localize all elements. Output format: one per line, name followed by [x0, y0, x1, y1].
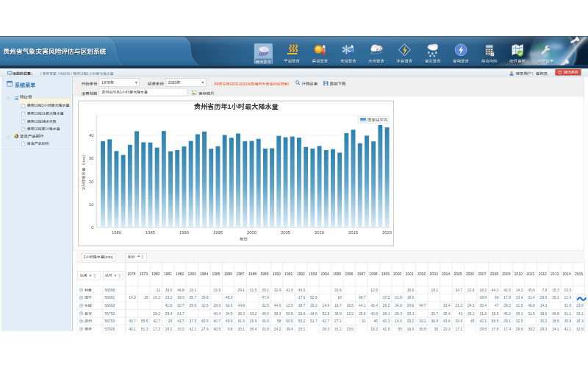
svg-text:38.7: 38.7 — [298, 302, 306, 308]
svg-text:10: 10 — [89, 200, 94, 207]
svg-text:2002: 2002 — [417, 271, 426, 276]
svg-text:23.2: 23.2 — [165, 294, 173, 300]
svg-text:51.7: 51.7 — [177, 310, 184, 315]
svg-text:55: 55 — [398, 325, 402, 330]
svg-text:48.7: 48.7 — [359, 294, 366, 300]
svg-text:41.1: 41.1 — [190, 325, 197, 330]
svg-text:24.2: 24.2 — [274, 325, 282, 330]
svg-text:1984: 1984 — [200, 271, 208, 276]
svg-text:60.6: 60.6 — [226, 302, 233, 308]
svg-text:40.4: 40.4 — [213, 310, 220, 315]
svg-text:1988: 1988 — [248, 271, 257, 276]
svg-text:56.5: 56.5 — [492, 318, 499, 323]
svg-text:29.8: 29.8 — [516, 325, 523, 330]
svg-text:14.6: 14.6 — [395, 318, 402, 323]
svg-text:25.9: 25.9 — [359, 310, 366, 315]
svg-text:2009: 2009 — [502, 271, 510, 276]
svg-text:30: 30 — [434, 325, 439, 330]
svg-text:1991: 1991 — [284, 271, 293, 276]
svg-text:36.8: 36.8 — [431, 318, 439, 323]
svg-text:33.1: 33.1 — [576, 310, 584, 315]
svg-text:39.6: 39.6 — [201, 294, 209, 300]
svg-text:17.4: 17.4 — [503, 325, 511, 330]
svg-text:57606: 57606 — [105, 325, 115, 330]
svg-text:29.6: 29.6 — [455, 318, 462, 323]
svg-text:18.7: 18.7 — [334, 302, 342, 308]
svg-text:14.2: 14.2 — [129, 294, 136, 300]
svg-text:18.3: 18.3 — [576, 318, 584, 323]
svg-text:35.3: 35.3 — [237, 310, 245, 315]
svg-text:21.8: 21.8 — [395, 294, 402, 300]
svg-text:普安: 普安 — [85, 310, 92, 315]
svg-text:18.2: 18.2 — [479, 286, 487, 291]
svg-text:34.3: 34.3 — [540, 302, 548, 308]
svg-text:29.3: 29.3 — [407, 310, 415, 315]
svg-text:1985: 1985 — [212, 271, 220, 276]
svg-text:49.5: 49.5 — [298, 286, 306, 291]
svg-text:1986: 1986 — [224, 271, 232, 276]
svg-text:19.5: 19.5 — [213, 286, 220, 291]
svg-text:51.7: 51.7 — [310, 318, 318, 323]
svg-text:26.2: 26.2 — [383, 302, 390, 308]
svg-text:34.7: 34.7 — [455, 286, 462, 291]
svg-text:40.7: 40.7 — [129, 318, 136, 323]
svg-text:31.4: 31.4 — [528, 294, 535, 300]
svg-text:44.6: 44.6 — [237, 302, 245, 308]
svg-text:29.2: 29.2 — [153, 310, 160, 315]
svg-text:18: 18 — [337, 294, 342, 300]
svg-text:1990: 1990 — [179, 228, 190, 235]
svg-text:43.7: 43.7 — [177, 318, 184, 323]
svg-text:34.6: 34.6 — [310, 310, 318, 315]
svg-text:7.8: 7.8 — [542, 286, 547, 291]
svg-text:46.8: 46.8 — [177, 286, 184, 291]
svg-text:1989: 1989 — [260, 271, 268, 276]
svg-text:49.6: 49.6 — [262, 310, 269, 315]
svg-text:15.6: 15.6 — [407, 286, 415, 291]
svg-text:41.8: 41.8 — [165, 302, 173, 308]
svg-text:32.5: 32.5 — [516, 318, 523, 323]
svg-text:36.6: 36.6 — [165, 286, 173, 291]
svg-text:45: 45 — [470, 318, 475, 323]
svg-text:44.6: 44.6 — [274, 302, 282, 308]
svg-text:1997: 1997 — [357, 271, 365, 276]
svg-text:45.4: 45.4 — [370, 302, 378, 308]
svg-text:11: 11 — [157, 286, 160, 291]
svg-text:18.6: 18.6 — [407, 294, 415, 300]
svg-text:贵州省历年1小时最大降水量: 贵州省历年1小时最大降水量 — [194, 100, 279, 110]
svg-text:17.1: 17.1 — [455, 325, 462, 330]
svg-text:21.2: 21.2 — [455, 302, 462, 308]
svg-text:1小时降水量（mm）: 1小时降水量（mm） — [80, 152, 87, 190]
svg-text:35.7: 35.7 — [190, 294, 197, 300]
svg-text:1980: 1980 — [151, 271, 159, 276]
svg-text:39.4: 39.4 — [286, 325, 293, 330]
svg-text:1990: 1990 — [273, 271, 281, 276]
svg-text:41.9: 41.9 — [383, 325, 390, 330]
svg-text:29.4: 29.4 — [165, 310, 173, 315]
svg-text:20: 20 — [89, 177, 94, 184]
svg-text:14.1: 14.1 — [552, 325, 559, 330]
svg-text:24.8: 24.8 — [407, 302, 415, 308]
svg-text:26.9: 26.9 — [250, 318, 257, 323]
svg-text:33.2: 33.2 — [250, 310, 257, 315]
svg-text:17.2: 17.2 — [153, 325, 160, 330]
svg-text:16.9: 16.9 — [407, 325, 415, 330]
svg-text:2007: 2007 — [478, 271, 486, 276]
svg-text:40: 40 — [89, 132, 94, 138]
svg-text:45.8: 45.8 — [528, 302, 535, 308]
svg-text:29.2: 29.2 — [503, 302, 511, 308]
svg-text:2010: 2010 — [315, 228, 325, 235]
svg-text:33.1: 33.1 — [237, 325, 245, 330]
svg-text:50.8: 50.8 — [419, 325, 426, 330]
svg-text:年份: 年份 — [240, 236, 248, 242]
svg-text:23.5: 23.5 — [564, 286, 572, 291]
svg-text:12.9: 12.9 — [286, 302, 293, 308]
svg-text:1小时降水量(mm): 1小时降水量(mm) — [84, 254, 113, 259]
svg-text:1983: 1983 — [188, 271, 196, 276]
svg-text:站号: 站号 — [105, 272, 112, 277]
svg-text:29.3: 29.3 — [540, 325, 548, 330]
svg-text:39.3: 39.3 — [177, 294, 184, 300]
svg-text:29.1: 29.1 — [237, 286, 245, 291]
svg-text:18.2: 18.2 — [370, 325, 378, 330]
svg-text:34.9: 34.9 — [226, 310, 233, 315]
svg-text:39.2: 39.2 — [528, 325, 535, 330]
